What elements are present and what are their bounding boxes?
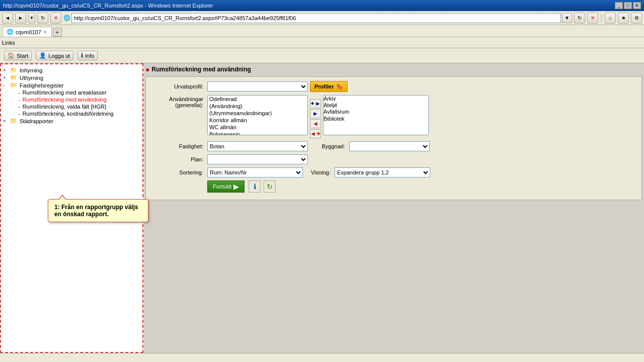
tree-item-label: Städrapporter [20, 118, 53, 124]
tree-item[interactable]: +📁Städrapporter [3, 117, 140, 125]
info-button[interactable]: ℹ Info [77, 51, 98, 60]
urvalsprofil-row: Urvalsprofil: Profiler 🔖 [150, 81, 637, 92]
tree-item-label: Rumsförteckning med användning [23, 97, 107, 103]
fortsatt-label: Fortsätt [213, 184, 231, 190]
folder-icon: 📁 [10, 74, 17, 81]
tab-icon: 🌐 [7, 29, 14, 35]
start-icon: 🏠 [8, 52, 15, 59]
expand-icon[interactable]: + [3, 118, 9, 124]
file-icon: - [18, 97, 20, 103]
byggnad-select[interactable] [349, 141, 430, 151]
byggnad-group: Byggnad: [312, 141, 430, 151]
remove-button[interactable]: ◄ [310, 119, 321, 128]
profiler-label: Profiler [314, 83, 334, 89]
tree-item-label: Rumsförteckning, kostnadsfördelning [23, 111, 114, 117]
panel-title-dot: ● [145, 65, 149, 73]
visning-select[interactable]: Expandera grupp 1,2 [335, 167, 430, 177]
tree-item-label: Rumsförteckning, valda fält [HGR] [23, 104, 106, 110]
visning-group: Visning: Expandera grupp 1,2 [311, 167, 430, 177]
expand-icon[interactable]: + [3, 75, 9, 80]
panel-title-text: Rumsförteckning med användning [151, 66, 251, 73]
links-bar: Links [0, 37, 644, 48]
logga-ut-button[interactable]: 👤 Logga ut [36, 51, 73, 60]
tree-item[interactable]: +📁Uthyrning [3, 74, 140, 81]
info-icon: ℹ [81, 52, 83, 59]
app-toolbar: 🏠 Start 👤 Logga ut ℹ Info [0, 48, 644, 63]
remove-all-button[interactable]: ◄✦ [310, 129, 321, 138]
profiler-button[interactable]: Profiler 🔖 [310, 81, 348, 92]
links-label: Links [2, 40, 15, 46]
maximize-button[interactable]: □ [624, 2, 632, 9]
right-listbox[interactable]: ArkivAteljéAvfallsrumBibliotek [323, 95, 429, 135]
browser-toolbar: ◄ ► ▼ ↻ ✕ 🌐 ▼ ↻ ✕ ⌂ ★ ⚙ [0, 11, 644, 25]
anvandningar-label: Användningar (generella): [150, 95, 205, 108]
expand-icon[interactable]: - [3, 82, 9, 88]
plan-select[interactable] [207, 154, 308, 164]
info-action-button[interactable]: ℹ [249, 180, 261, 193]
forward-button[interactable]: ► [15, 13, 26, 24]
add-all-button[interactable]: ✦► [310, 99, 321, 108]
tools-button[interactable]: ⚙ [631, 13, 642, 24]
start-label: Start [17, 53, 28, 59]
tooltip-text: 1: Från en rapportgrupp väljs en önskad … [54, 204, 138, 218]
home-button[interactable]: ⌂ [605, 13, 616, 24]
folder-icon: 📁 [10, 67, 17, 73]
urvalsprofil-label: Urvalsprofil: [150, 83, 205, 89]
go-dropdown-button[interactable]: ▼ [562, 13, 572, 23]
minimize-button[interactable]: _ [615, 2, 623, 9]
tree-item[interactable]: -📁Fastighetsregister [3, 81, 140, 89]
browser-tab[interactable]: 🌐 cqvm0107 ✕ [2, 27, 52, 37]
add-button[interactable]: ► [310, 109, 321, 118]
tooltip-arrow-inner [59, 196, 66, 200]
statusbar [0, 353, 644, 362]
back-button[interactable]: ◄ [2, 13, 13, 24]
browser-titlebar: http://cqvm0107/custor_gu_cs/uiCS_CR_Rum… [0, 0, 644, 11]
folder-icon: 📁 [10, 82, 17, 88]
fastighet-select[interactable]: Botan [207, 141, 308, 151]
refresh-action-button[interactable]: ↻ [264, 180, 276, 193]
tree-item[interactable]: -Rumsförteckning, valda fält [HGR] [11, 103, 140, 110]
tab-close-button[interactable]: ✕ [43, 30, 47, 35]
form-panel: Urvalsprofil: Profiler 🔖 Användningar (g… [145, 76, 642, 200]
plan-label: Plan: [150, 156, 205, 162]
file-icon: - [18, 89, 20, 96]
tree-item[interactable]: -Rumsförteckning med areaklasser [11, 89, 140, 96]
right-panel: ● Rumsförteckning med användning Urvalsp… [143, 63, 644, 353]
panel-title: ● Rumsförteckning med användning [145, 65, 642, 73]
left-listbox[interactable]: Odefinerad(Användning)(Utrymmesanvändnin… [207, 95, 308, 135]
tree-item[interactable]: -Rumsförteckning med användning [11, 96, 140, 103]
close-button[interactable]: ✕ [633, 2, 641, 9]
new-tab-button[interactable]: + [53, 28, 62, 37]
arrow-controls: ✦► ► ◄ ◄✦ [310, 95, 321, 138]
logga-ut-label: Logga ut [48, 53, 70, 59]
tree-item-label: Inhyrning [20, 67, 42, 73]
urvalsprofil-select[interactable] [207, 81, 308, 92]
stop-button[interactable]: ✕ [50, 13, 61, 24]
tree-item[interactable]: -Rumsförteckning, kostnadsfördelning [11, 110, 140, 117]
info-label: Info [85, 53, 94, 59]
start-button[interactable]: 🏠 Start [4, 51, 32, 60]
page-refresh-button[interactable]: ↻ [574, 13, 585, 24]
byggnad-label: Byggnad: [312, 143, 347, 149]
browser-window-controls: _ □ ✕ [615, 2, 641, 9]
tab-label: cqvm0107 [16, 29, 41, 35]
tree-item[interactable]: +📁Inhyrning [3, 66, 140, 74]
fastighet-label: Fastighet: [150, 143, 205, 149]
tab-bar: 🌐 cqvm0107 ✕ + [0, 25, 644, 37]
sortering-group: Sortering: Rum: Namn/Nr [150, 167, 303, 177]
tree-item-label: Fastighetsregister [20, 82, 63, 88]
dropdown-button[interactable]: ▼ [28, 13, 35, 24]
profiler-icon: 🔖 [336, 83, 343, 90]
expand-icon[interactable]: + [3, 67, 9, 73]
file-icon: - [18, 111, 20, 117]
favorites-button[interactable]: ★ [618, 13, 629, 24]
address-input[interactable] [71, 13, 561, 23]
toolbar-separator [601, 14, 602, 22]
refresh-button[interactable]: ↻ [37, 13, 48, 24]
visning-label: Visning: [311, 169, 331, 175]
fortsatt-row: Fortsätt ▶ ℹ ↻ [150, 180, 637, 193]
page-stop-button[interactable]: ✕ [587, 13, 598, 24]
sortering-select[interactable]: Rum: Namn/Nr [207, 167, 303, 177]
fastighet-group: Fastighet: Botan [150, 141, 308, 151]
fortsatt-button[interactable]: Fortsätt ▶ [207, 180, 245, 193]
